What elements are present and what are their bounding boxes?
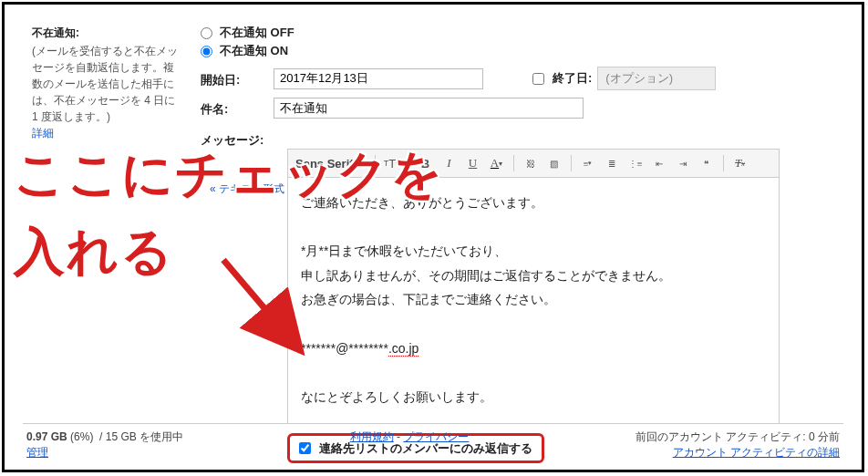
italic-icon[interactable]: I [442, 156, 457, 171]
last-activity: 前回のアカウント アクティビティ: 0 分前 [636, 430, 840, 443]
bold-icon[interactable]: B [418, 156, 433, 171]
separator [375, 155, 376, 171]
subject-input[interactable] [274, 98, 584, 119]
separator [408, 155, 409, 171]
font-size-icon[interactable]: TT▾ [385, 156, 399, 171]
vacation-on-label: 不在通知 ON [220, 43, 288, 59]
privacy-link[interactable]: プライバシー [403, 430, 469, 443]
subject-label: 件名: [201, 98, 264, 118]
section-title: 不在通知: [32, 25, 182, 41]
font-name: Sans Serif [295, 157, 354, 171]
align-icon[interactable]: ≡▾ [581, 156, 595, 171]
end-date-input[interactable]: (オプション) [597, 67, 716, 90]
vacation-on-radio[interactable] [201, 46, 212, 57]
end-date-label: 終了日: [553, 70, 592, 87]
bullet-list-icon[interactable]: ⋮≡ [628, 156, 643, 171]
start-date-input[interactable] [274, 68, 483, 89]
manage-storage-link[interactable]: 管理 [26, 446, 48, 459]
quote-icon[interactable]: ❝ [699, 156, 714, 171]
link-icon[interactable]: ⛓ [523, 156, 538, 171]
image-icon[interactable]: ▧ [547, 156, 562, 171]
activity-details-link[interactable]: アカウント アクティビティの詳細 [673, 446, 840, 459]
text-color-icon[interactable]: A▾ [490, 156, 504, 171]
numbered-list-icon[interactable]: ≣ [604, 156, 619, 171]
separator [23, 423, 843, 424]
separator [513, 155, 514, 171]
annotation-text: 入れる [14, 219, 174, 285]
chevron-down-icon: ▼ [357, 159, 366, 168]
storage-info: 0.97 GB (6%) / 15 GB を使用中 管理 [26, 429, 183, 460]
plain-text-link[interactable]: « テキスト形式 [210, 181, 284, 197]
underline-icon[interactable]: U [466, 156, 480, 171]
editor-toolbar: Sans Serif ▼ TT▾ B I U A▾ ⛓ ▧ ≡▾ ≣ ⋮≡ ⇤ … [287, 149, 780, 178]
message-editor[interactable]: ご連絡いただき、ありがとうございます。 *月**日まで休暇をいただいており、申し… [287, 178, 780, 424]
terms-link[interactable]: 利用規約 [350, 430, 394, 443]
indent-more-icon[interactable]: ⇥ [676, 156, 690, 171]
message-label: メッセージ: [201, 129, 278, 149]
vacation-off-radio[interactable] [201, 27, 212, 39]
separator [571, 155, 572, 171]
font-picker[interactable]: Sans Serif ▼ [295, 157, 366, 171]
start-date-label: 開始日: [201, 69, 264, 88]
learn-more-link[interactable]: 詳細 [32, 127, 54, 140]
end-date-checkbox[interactable] [532, 73, 544, 85]
separator [723, 155, 724, 171]
clear-format-icon[interactable]: Tx [733, 156, 748, 171]
vacation-off-label: 不在通知 OFF [220, 25, 294, 41]
section-desc: (メールを受信すると不在メッセージを自動返信します。複数のメールを送信した相手に… [32, 43, 182, 125]
indent-less-icon[interactable]: ⇤ [652, 156, 666, 171]
